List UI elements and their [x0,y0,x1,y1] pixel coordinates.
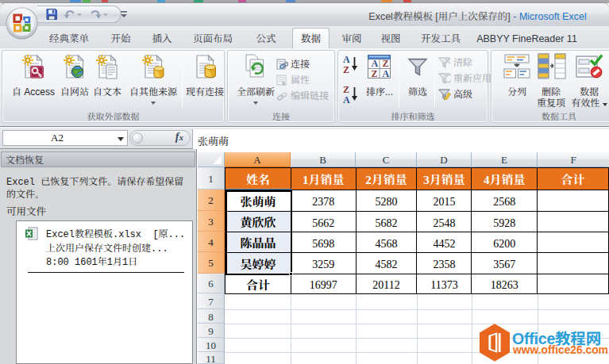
svg-text:A: A [343,54,350,65]
svg-text:Z: Z [372,68,378,79]
svg-text:Z: Z [343,64,349,75]
svg-text:A: A [383,68,390,79]
svg-text:Z: Z [343,84,349,95]
svg-text:A: A [343,94,350,105]
